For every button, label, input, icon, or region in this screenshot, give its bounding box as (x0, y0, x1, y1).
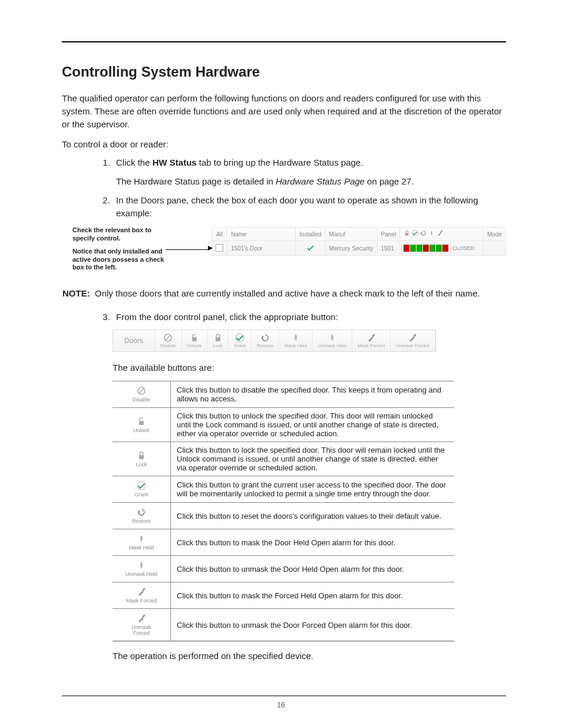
grant-desc: Click this button to grant the current u… (171, 476, 455, 503)
callout-check-box: Check the relevant box to specify contro… (72, 226, 166, 243)
col-manuf: Manuf (325, 228, 377, 241)
disable-icon: Disable (123, 384, 160, 405)
col-name: Name (227, 228, 296, 241)
unlock-icon: Unlock (123, 414, 160, 436)
table-row: Mask Held Click this button to mask the … (113, 529, 454, 556)
callout-arrow (166, 249, 208, 299)
page-title: Controlling System Hardware (62, 64, 506, 80)
mask-held-desc: Click this button to mask the Door Held … (171, 529, 455, 556)
step-1-sub: The Hardware Status page is detailed in … (116, 175, 506, 188)
panel-title: Doors (113, 330, 155, 351)
intro-text: The qualified operator can perform the f… (62, 92, 506, 130)
disable-desc: Click this button to disable the specifi… (171, 381, 455, 408)
table-row: Restore Click this button to reset the d… (113, 503, 454, 529)
unmask-forced-desc: Click this button to unmask the Door For… (171, 609, 455, 641)
table-row: Grant Click this button to grant the cur… (113, 476, 454, 503)
buttons-description-table: Disable Click this button to disable the… (113, 381, 454, 641)
table-row: 1501's Door Mercury Security 1501 CLOSED (212, 241, 506, 256)
callout-installed-only: Notice that only installed and active do… (72, 248, 166, 272)
lock-icon: Lock (123, 449, 160, 470)
table-row: Unmask Held Click this button to unmask … (113, 556, 454, 582)
unlock-desc: Click this button to unlock the specifie… (171, 408, 455, 442)
table-row: Unlock Click this button to unlock the s… (113, 408, 454, 442)
mask-forced-icon: Mask Forced (123, 585, 160, 606)
unmask-held-icon: Unmask Held (123, 558, 160, 579)
unmask-held-button[interactable]: Unmask Held (313, 330, 352, 351)
door-panel-cell: 1501 (377, 241, 400, 256)
col-mode: Mode (483, 228, 505, 241)
table-row: Unmask Forced Click this button to unmas… (113, 609, 454, 641)
note-block: NOTE: Only those doors that are currentl… (57, 287, 506, 300)
lock-desc: Click this button to lock the specified … (171, 442, 455, 476)
installed-check-icon (306, 243, 315, 252)
table-row: Lock Click this button to lock the speci… (113, 442, 454, 476)
mask-held-button[interactable]: Mask Held (279, 330, 313, 351)
mask-held-icon: Mask Held (123, 532, 160, 553)
available-buttons-text: The available buttons are: (113, 361, 506, 374)
doors-table: All Name Installed Manuf Panel Mode 1501… (211, 227, 506, 256)
step-2: In the Doors pane, check the box of each… (113, 194, 506, 220)
col-installed: Installed (296, 228, 325, 241)
grant-icon: Grant (123, 479, 160, 500)
disable-button[interactable]: Disable (155, 330, 182, 351)
door-checkbox[interactable] (216, 244, 223, 252)
lock-button[interactable]: Lock (207, 330, 229, 351)
unmask-forced-button[interactable]: Unmask Forced (391, 330, 435, 351)
col-all: All (212, 228, 227, 241)
col-panel: Panel (377, 228, 400, 241)
door-name-cell: 1501's Door (227, 241, 296, 256)
grant-button[interactable]: Grant (229, 330, 252, 351)
mask-forced-desc: Click this button to mask the Forced Hel… (171, 582, 455, 609)
step-1: Click the HW Status tab to bring up the … (113, 156, 506, 188)
door-control-panel-figure: Doors Disable Unlock Lock Grant Restore … (113, 330, 506, 352)
restore-button[interactable]: Restore (252, 330, 279, 351)
page-number: 16 (0, 701, 562, 709)
door-status-cell: CLOSED (400, 241, 484, 256)
unmask-held-desc: Click this button to unmask the Door Hel… (171, 556, 455, 582)
restore-icon: Restore (123, 505, 160, 526)
col-status-icons (400, 228, 484, 241)
mask-forced-button[interactable]: Mask Forced (352, 330, 391, 351)
table-row: Disable Click this button to disable the… (113, 381, 454, 408)
doors-pane-figure: Check the relevant box to specify contro… (62, 226, 506, 276)
final-text: The operation is performed on the specif… (113, 650, 506, 663)
step-3: From the door control panel, click the a… (113, 311, 506, 324)
door-manuf-cell: Mercury Security (325, 241, 377, 256)
table-row: Mask Forced Click this button to mask th… (113, 582, 454, 609)
unlock-button[interactable]: Unlock (182, 330, 207, 351)
restore-desc: Click this button to reset the doors's c… (171, 503, 455, 529)
unmask-forced-icon: Unmask Forced (123, 611, 160, 638)
lead-in-text: To control a door or reader: (62, 139, 506, 149)
